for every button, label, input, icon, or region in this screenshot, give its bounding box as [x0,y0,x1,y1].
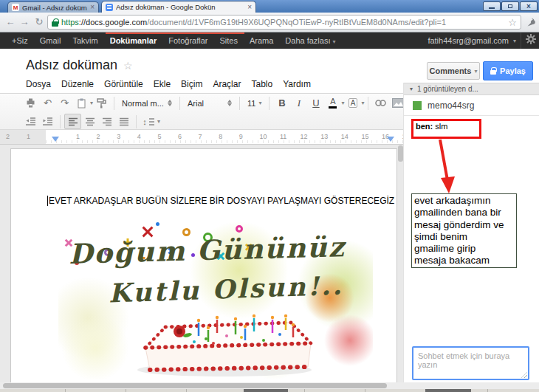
minimize-button[interactable] [483,1,501,11]
back-button[interactable]: ← [4,15,17,29]
gbar-item-fotograflar[interactable]: Fotoğraflar [162,36,213,45]
ruler-number: 12 [301,133,308,140]
ruler-number: 11 [280,133,286,140]
taskbar-sliver [0,389,539,392]
gbar-item-sites[interactable]: Sites [213,36,243,45]
styles-dropdown[interactable]: Normal m... [118,95,176,111]
chrome-menu-wrench-icon[interactable] [523,16,537,29]
decrease-indent-icon[interactable] [22,114,39,129]
birthday-cake-image [125,305,324,379]
chat-input-box[interactable] [412,346,529,380]
gbar-item-takvim[interactable]: Takvim [66,36,103,45]
ruler-number: 2 [6,133,10,140]
share-button[interactable]: Paylaş [483,61,533,80]
gbar-item-gmail[interactable]: Gmail [34,36,67,45]
tab-title: Adsız doküman - Google Dokün [116,3,244,11]
text-color-icon[interactable]: A [324,95,341,111]
note-line: mesaj gönderdim ve [414,219,514,231]
account-email[interactable]: fatih44srg@gmail.com [428,36,509,45]
font-dropdown[interactable]: Arial [184,95,236,111]
undo-icon[interactable]: ↶ [39,95,56,111]
gear-icon[interactable] [526,34,536,47]
left-margin-marker[interactable] [52,137,59,142]
ruler-number: 4 [137,133,141,140]
horizontal-scrollbar-thumb[interactable] [3,383,387,388]
note-line: gmailime girip [414,243,514,255]
ruler-number: 14 [341,133,349,140]
note-text-box: evet arkadaşımın gmailinden bana bir mes… [411,193,517,268]
divider [114,97,114,110]
viewers-bar[interactable]: ▾ 1 görüntüleyen d... [404,83,539,95]
menu-ekle[interactable]: Ekle [148,78,176,91]
document-title[interactable]: Adsız doküman [26,58,117,73]
url-host: ://docs.google.com [79,18,147,27]
gbar-item-plus-siz[interactable]: +Siz [6,36,34,45]
divider [179,97,180,110]
ruler-number: 15 [361,133,368,140]
gbar-item-daha-fazlasi[interactable]: Daha fazlası ▾ [279,36,341,45]
underline-icon[interactable]: U [307,95,324,111]
ruler[interactable]: 211234567891011121314151617 [0,130,403,145]
menu-bicim[interactable]: Biçim [176,78,207,91]
close-button[interactable]: × [520,1,538,11]
align-center-icon[interactable] [81,114,98,129]
bold-icon[interactable]: B [273,95,290,111]
chevron-down-icon: ▾ [258,100,261,106]
star-document-icon[interactable]: ☆ [123,60,133,72]
horizontal-scrollbar-track[interactable] [0,382,403,389]
forward-button[interactable]: → [18,15,31,29]
menu-goruntule[interactable]: Görüntüle [99,78,148,91]
google-bar-nav: +Siz Gmail Takvim Dokümanlar Fotoğraflar… [6,32,342,49]
chat-sender: ben: [416,122,433,131]
increase-indent-icon[interactable] [39,114,56,129]
align-left-icon[interactable] [64,114,81,129]
tab-close-icon[interactable]: × [247,4,252,11]
docs-favicon-icon [106,4,113,11]
restore-button[interactable] [501,1,519,11]
menu-dosya[interactable]: Dosya [21,78,56,91]
address-bar[interactable]: https ://docs.google.com /document/d/1VF… [47,15,521,30]
updown-arrows-icon [227,100,232,106]
gbar-item-dokumanlar[interactable]: Dokümanlar [104,36,163,45]
google-bar: +Siz Gmail Takvim Dokümanlar Fotoğraflar… [0,32,539,49]
document-area[interactable]: EVET ARKADAŞLAR BUGÜN SİZLERE BİR DOSYAY… [0,145,403,382]
ssl-padlock-icon [52,18,58,27]
comments-button[interactable]: Comments ▾ [427,62,480,80]
redo-icon[interactable]: ↷ [56,95,73,111]
align-right-icon[interactable] [98,114,115,129]
menu-tablo[interactable]: Tablo [246,78,278,91]
document-title-row: Adsız doküman ☆ [26,58,133,73]
menu-duzenle[interactable]: Düzenle [56,78,99,91]
confetti-ring-icon [236,225,243,233]
tab-title: Gmail - Adsız doküman (fatih4 [22,4,87,12]
chat-input-field[interactable] [413,348,528,379]
paint-format-icon[interactable] [93,95,110,111]
menu-yardim[interactable]: Yardım [278,78,316,91]
vertical-scrollbar[interactable] [398,145,403,162]
birthday-image[interactable]: Doğum Gününüz Kutlu Olsun!.. [58,222,373,379]
insert-link-icon[interactable] [372,95,389,111]
gbar-item-arama[interactable]: Arama [244,36,279,45]
print-icon[interactable] [22,95,39,111]
justify-icon[interactable] [115,114,132,129]
tab-close-icon[interactable]: × [90,4,95,11]
browser-tab-gmail[interactable]: M Gmail - Adsız doküman (fatih4 × [7,1,99,13]
viewer-name: memo44srg [428,100,474,111]
bookmark-star-icon[interactable]: ☆ [508,17,517,28]
collapse-arrow-icon: ▾ [410,86,413,92]
ruler-number: 8 [219,133,222,140]
menu-bar: Dosya Düzenle Görüntüle Ekle Biçim Araçl… [21,78,316,91]
google-bar-account-area: fatih44srg@gmail.com ▾ [428,32,536,49]
font-size-dropdown[interactable]: 11 ▾ [244,95,265,111]
divider [239,97,240,110]
right-margin-marker[interactable] [387,137,394,142]
highlight-color-icon[interactable]: A [344,95,361,111]
paste-icon[interactable] [73,95,90,111]
italic-icon[interactable]: I [290,95,307,111]
line-spacing-icon[interactable]: ↕ [140,114,157,129]
document-page[interactable]: EVET ARKADAŞLAR BUGÜN SİZLERE BİR DOSYAY… [10,148,397,382]
browser-tab-docs[interactable]: Adsız doküman - Google Dokün × [101,1,256,13]
menu-araclar[interactable]: Araçlar [207,78,246,91]
refresh-button[interactable]: ↻ [32,15,46,29]
divider [269,97,270,110]
